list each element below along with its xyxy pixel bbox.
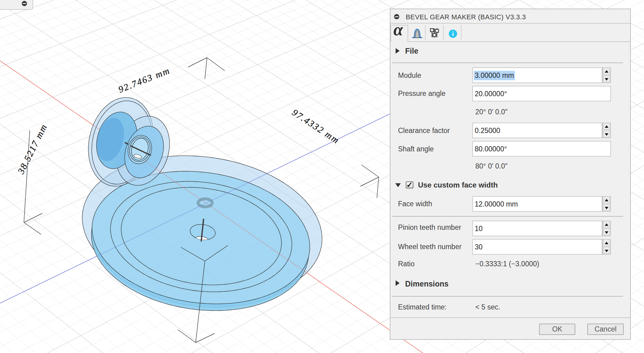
svg-text:i: i xyxy=(452,30,454,37)
